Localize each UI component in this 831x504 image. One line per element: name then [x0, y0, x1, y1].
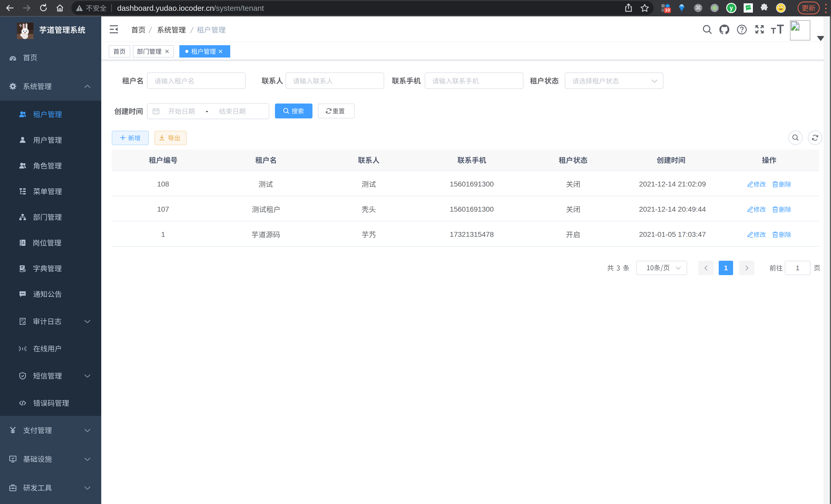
- svg-text:⌘: ⌘: [695, 5, 701, 11]
- svg-text:y: y: [730, 5, 733, 11]
